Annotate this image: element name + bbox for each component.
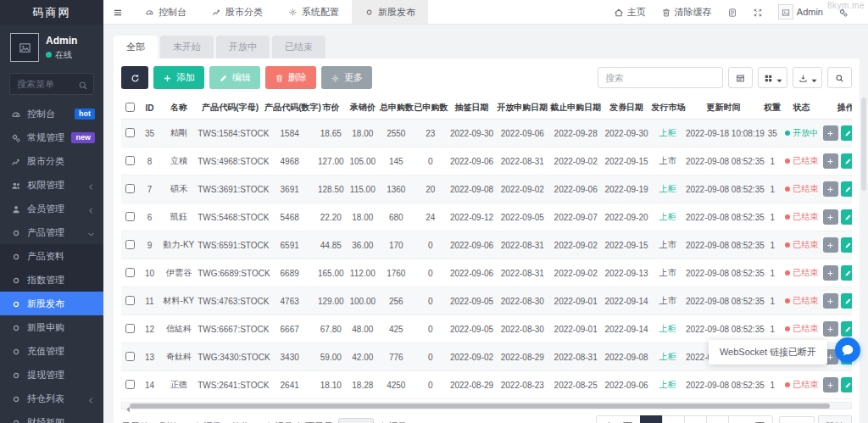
row-checkbox[interactable] (125, 352, 135, 361)
next-page-button[interactable]: 下一页 (728, 415, 773, 423)
row-add-button[interactable] (823, 321, 838, 337)
lock-screen-button[interactable] (720, 0, 745, 24)
prev-page-button[interactable]: 上一页 (596, 415, 641, 423)
sidebar-item-general-manage[interactable]: 常规管理new (0, 125, 103, 149)
sidebar-item-label: 常规管理 (27, 131, 64, 144)
refresh-button[interactable] (121, 66, 148, 89)
row-checkbox[interactable] (125, 380, 135, 389)
user-name: Admin (46, 35, 77, 47)
vertical-scrollbar-thumb[interactable] (861, 97, 866, 191)
delete-button[interactable]: 删除 (265, 66, 316, 89)
cell-underwrite: 18.00 (347, 203, 380, 231)
tab-dashboard[interactable]: 控制台 (132, 0, 199, 24)
cell-status: 已结束 (782, 287, 821, 315)
sidebar-item-permission[interactable]: 权限管理 (0, 173, 103, 197)
sidebar-toggle-button[interactable] (103, 0, 132, 24)
table-search-input[interactable] (598, 67, 723, 88)
sidebar-item-ipo-publish[interactable]: 新股发布 (0, 292, 103, 315)
sidebar-item-index-manage[interactable]: 指数管理 (0, 268, 103, 292)
caret-down-icon (775, 75, 782, 81)
more-button[interactable]: 更多 (321, 66, 372, 89)
jump-page-input[interactable] (779, 416, 815, 423)
home-link[interactable]: 主页 (606, 0, 654, 24)
filter-tab-all[interactable]: 全部 (114, 36, 158, 58)
row-checkbox[interactable] (125, 324, 135, 333)
row-add-button[interactable] (823, 125, 838, 141)
row-add-button[interactable] (823, 181, 838, 197)
column-header: 发行市场 (650, 97, 685, 120)
sidebar-item-withdraw[interactable]: 提现管理 (0, 363, 103, 387)
row-edit-button[interactable] (841, 125, 852, 141)
page-button-1[interactable]: 1 (640, 415, 663, 423)
filter-tab-ended[interactable]: 已结束 (272, 36, 326, 58)
tab-system-config[interactable]: 系统配置 (275, 0, 352, 24)
row-checkbox[interactable] (125, 296, 135, 305)
tab-stock-category[interactable]: 股市分类 (199, 0, 275, 24)
row-add-button[interactable] (823, 377, 838, 392)
edit-button[interactable]: 编辑 (209, 66, 260, 89)
sidebar-item-ipo-subscribe[interactable]: 新股申购 (0, 315, 103, 339)
horizontal-scrollbar-track[interactable] (121, 402, 852, 409)
fullscreen-button[interactable] (745, 0, 771, 24)
row-checkbox[interactable] (125, 128, 135, 137)
row-edit-button[interactable] (841, 209, 852, 225)
row-add-button[interactable] (823, 293, 838, 309)
sidebar-item-finance-news[interactable]: 财经新闻 (0, 410, 103, 423)
row-checkbox[interactable] (125, 184, 135, 193)
filter-tab-open[interactable]: 开放中 (216, 36, 270, 58)
row-edit-button[interactable] (841, 181, 852, 197)
row-edit-button[interactable] (841, 293, 852, 309)
row-edit-button[interactable] (841, 153, 852, 169)
cell-weight: 1 (762, 231, 782, 259)
row-checkbox[interactable] (125, 240, 135, 249)
status-dot (785, 214, 790, 220)
row-checkbox[interactable] (125, 156, 135, 165)
page-button-3[interactable]: 3 (684, 415, 707, 423)
row-add-button[interactable] (823, 153, 838, 169)
cell-close: 2022-09-28 (549, 120, 603, 147)
badge-hot: hot (75, 109, 95, 120)
export-button[interactable] (793, 67, 822, 88)
sidebar-item-position-list[interactable]: 持仓列表 (0, 387, 103, 410)
page-size-select[interactable]: 10 (338, 418, 374, 423)
sidebar-item-product[interactable]: 产品管理 (0, 220, 103, 244)
cell-status: 已结束 (782, 259, 821, 287)
row-add-button[interactable] (823, 237, 838, 253)
cell-total: 1760 (379, 259, 414, 287)
row-checkbox[interactable] (125, 268, 135, 277)
tab-ipo-publish[interactable]: 新股发布 (352, 0, 428, 24)
select-all-checkbox[interactable] (125, 103, 135, 112)
cell-market: 上市 (650, 259, 685, 287)
users-icon (11, 179, 21, 190)
clear-cache-link[interactable]: 清除缓存 (654, 0, 720, 24)
page-button-2[interactable]: 2 (662, 415, 685, 423)
row-edit-button[interactable] (841, 237, 852, 253)
sidebar-item-product-info[interactable]: 产品资料 (0, 244, 103, 268)
row-edit-button[interactable] (841, 321, 852, 337)
cell-code_num: 2641 (264, 371, 315, 399)
sidebar-item-recharge[interactable]: 充值管理 (0, 339, 103, 363)
column-header: 产品代码(字母) (197, 97, 264, 120)
sidebar-item-member[interactable]: 会员管理 (0, 197, 103, 220)
row-checkbox[interactable] (125, 212, 135, 221)
search-button[interactable] (827, 67, 852, 88)
add-button[interactable]: 添加 (153, 66, 204, 89)
sidebar-item-dashboard[interactable]: 控制台hot (0, 102, 103, 125)
user-menu[interactable]: Admin (771, 0, 831, 24)
cell-underwrite: 115.00 (347, 175, 380, 203)
page-button-4[interactable]: 4 (706, 415, 729, 423)
row-add-button[interactable] (823, 209, 838, 225)
chat-fab-button[interactable] (835, 337, 860, 363)
row-edit-button[interactable] (841, 265, 852, 281)
columns-button[interactable] (758, 67, 787, 88)
sidebar-item-label: 产品资料 (27, 250, 64, 263)
row-add-button[interactable] (823, 265, 838, 281)
jump-page-button[interactable]: 跳转 (818, 415, 852, 423)
sidebar-item-label: 会员管理 (27, 203, 64, 215)
filter-tab-not-started[interactable]: 未开始 (160, 36, 214, 58)
horizontal-scrollbar-thumb[interactable] (130, 404, 830, 409)
toggle-view-button[interactable] (728, 67, 753, 88)
sidebar-item-stock-category[interactable]: 股市分类 (0, 149, 103, 173)
cell-code_alpha: TWS:5468:STOCK (197, 203, 264, 231)
row-edit-button[interactable] (841, 377, 852, 392)
